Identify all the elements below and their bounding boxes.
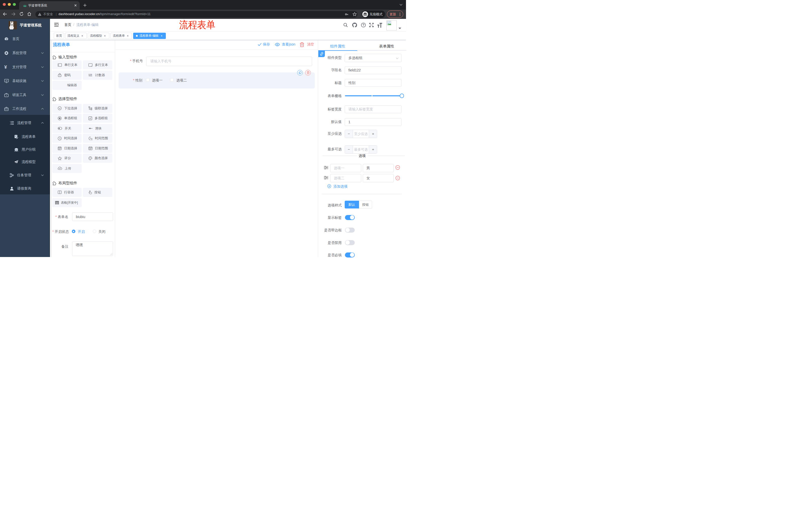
svg-text:123: 123 (88, 74, 92, 76)
